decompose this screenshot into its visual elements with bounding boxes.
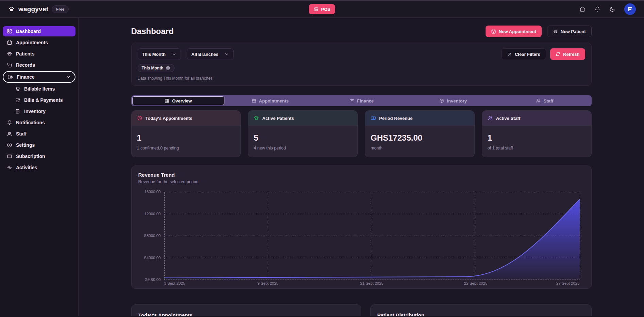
new-patient-button[interactable]: New Patient (547, 26, 592, 37)
sidebar-item-label: Finance (17, 74, 35, 80)
tab-staff[interactable]: Staff (499, 96, 590, 105)
gridline-h (164, 280, 580, 280)
stat-card-period-revenue: Period Revenue GHS17235.00 month (365, 110, 475, 157)
revenue-trend-card: Revenue Trend Revenue for the selected p… (131, 165, 592, 289)
branch-select[interactable]: All Branches (187, 48, 234, 60)
sidebar-item-bills-payments[interactable]: Bills & Payments (11, 95, 75, 105)
dashboard-tabs: Overview Appointments (131, 95, 592, 106)
sidebar-item-settings[interactable]: Settings (3, 140, 75, 150)
tab-label: Staff (543, 98, 553, 104)
todays-appointments-card: Today's Appointments 0 scheduled for tod… (131, 304, 361, 316)
clock-icon (137, 115, 142, 121)
remove-filter-icon[interactable] (166, 66, 170, 70)
pos-button[interactable]: POS (309, 4, 335, 14)
paw-icon (553, 29, 558, 34)
card-title: Today's Appointments (138, 312, 354, 316)
sidebar-item-inventory[interactable]: Inventory (11, 106, 75, 116)
stethoscope-icon (7, 62, 12, 68)
revenue-area-series (164, 192, 580, 280)
tab-appointments[interactable]: Appointments (224, 96, 316, 105)
users-icon (488, 115, 493, 121)
wallet-icon (7, 74, 13, 80)
sidebar-item-label: Patients (16, 51, 34, 57)
active-filter-chip: This Month (138, 64, 175, 72)
stat-subtext: of 1 total staff (488, 146, 586, 150)
home-icon[interactable] (579, 6, 586, 12)
stat-card-todays-appointments: Today's Appointments 1 1 confirmed,0 pen… (131, 110, 241, 157)
revenue-trend-chart: 16000.00 12000.00 S8000.00 S4000.00 GHS0… (164, 192, 580, 280)
plan-badge: Free (52, 5, 69, 13)
credit-card-icon (7, 154, 12, 159)
sidebar-item-finance[interactable]: Finance (3, 71, 75, 83)
patient-distribution-card: Patient Distribution By species (370, 304, 592, 316)
calendar-plus-icon (491, 29, 496, 34)
sidebar-item-appointments[interactable]: Appointments (3, 37, 75, 48)
stat-card-active-patients: Active Patients 5 4 new this period (248, 110, 358, 157)
stat-value: 1 (137, 133, 235, 143)
tab-label: Overview (172, 98, 192, 104)
tab-label: Inventory (447, 98, 467, 104)
stat-value: 1 (488, 133, 586, 143)
x-axis-tick: 21 Sept 2025 (360, 281, 383, 285)
refresh-label: Refresh (563, 52, 579, 57)
stat-subtext: 4 new this period (254, 146, 352, 150)
x-icon (507, 52, 512, 57)
stat-subtext: 1 confirmed,0 pending (137, 146, 235, 150)
gridline-v (580, 192, 580, 280)
new-patient-label: New Patient (561, 29, 586, 34)
sidebar-item-activities[interactable]: Activities (3, 162, 75, 173)
paw-icon (254, 115, 259, 121)
sidebar-item-label: Settings (16, 142, 35, 148)
dark-mode-moon-icon[interactable] (609, 6, 615, 12)
refresh-icon (556, 52, 560, 57)
x-axis-tick: 22 Sept 2025 (464, 281, 487, 285)
sidebar-item-label: Billable Items (24, 86, 55, 92)
tab-label: Finance (357, 98, 374, 104)
y-axis-tick: GHS0.00 (138, 278, 161, 282)
calendar-icon (7, 40, 12, 45)
sidebar-item-subscription[interactable]: Subscription (3, 151, 75, 161)
new-appointment-button[interactable]: New Appointment (486, 26, 542, 37)
sidebar-item-label: Notifications (16, 120, 45, 125)
sidebar-item-label: Staff (16, 131, 27, 137)
branch-select-value: All Branches (191, 52, 218, 57)
sidebar-item-label: Records (16, 62, 35, 68)
clear-filters-label: Clear Filters (515, 52, 540, 57)
y-axis-tick: 16000.00 (138, 190, 161, 194)
notifications-bell-icon[interactable] (594, 6, 600, 12)
chart-title: Revenue Trend (138, 172, 584, 178)
sidebar-item-label: Activities (16, 165, 37, 170)
user-avatar[interactable] (624, 3, 636, 15)
sidebar-item-records[interactable]: Records (3, 60, 75, 70)
stat-title: Period Revenue (379, 116, 412, 121)
card-title: Patient Distribution (377, 312, 584, 316)
main-content: Dashboard New Appointment (79, 18, 644, 316)
period-select[interactable]: This Month (138, 48, 181, 60)
banknote-icon (350, 98, 354, 103)
active-filter-chip-label: This Month (142, 66, 164, 70)
chart-subtitle: Revenue for the selected period (138, 179, 584, 184)
sidebar-item-patients[interactable]: Patients (3, 49, 75, 59)
stat-title: Active Staff (496, 116, 521, 121)
users-icon (7, 131, 12, 137)
sidebar-item-staff[interactable]: Staff (3, 129, 75, 139)
sidebar-item-dashboard[interactable]: Dashboard (3, 26, 75, 36)
receipt-icon (15, 109, 20, 114)
tab-overview[interactable]: Overview (132, 96, 224, 105)
activity-icon (7, 165, 12, 170)
tab-inventory[interactable]: Inventory (407, 96, 499, 105)
tab-label: Appointments (259, 98, 289, 104)
refresh-button[interactable]: Refresh (550, 48, 585, 60)
package-icon (439, 98, 444, 103)
paw-logo-icon (8, 6, 15, 13)
sidebar-item-label: Dashboard (16, 29, 41, 34)
stat-value: GHS17235.00 (371, 133, 469, 143)
clear-filters-button[interactable]: Clear Filters (502, 48, 546, 60)
sidebar-item-notifications[interactable]: Notifications (3, 117, 75, 128)
sidebar-item-label: Inventory (24, 109, 46, 114)
sidebar-item-billable-items[interactable]: Billable Items (11, 84, 75, 94)
filter-caption: Data showing This Month for all branches (138, 76, 585, 81)
tab-finance[interactable]: Finance (316, 96, 407, 105)
x-axis-tick: 3 Sept 2025 (164, 281, 185, 285)
page-title: Dashboard (131, 27, 174, 36)
